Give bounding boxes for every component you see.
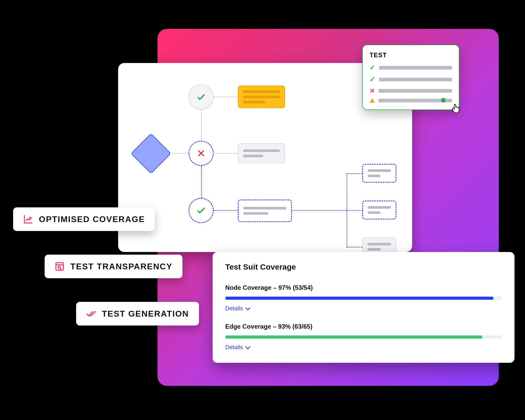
details-toggle[interactable]: Details [225, 344, 249, 351]
badge-test-generation: TEST GENERATION [76, 302, 199, 326]
x-icon [196, 149, 206, 158]
test-row: ✕ [370, 87, 452, 94]
connector [214, 97, 238, 97]
connector-dashed [346, 173, 362, 174]
test-placeholder-bar [379, 78, 452, 81]
details-toggle[interactable]: Details [225, 305, 249, 312]
badge-label: TEST TRANSPARENCY [70, 262, 172, 271]
flow-node-fail [188, 141, 214, 166]
test-results-panel[interactable]: TEST ✓ ✓ ✕ [362, 45, 459, 110]
connector [170, 153, 188, 154]
flow-step-dashed-child-1 [362, 164, 396, 183]
coverage-item-edge: Edge Coverage – 93% (63/65) Details [225, 323, 502, 351]
connector-dashed [214, 210, 238, 211]
connector [214, 153, 238, 154]
test-placeholder-bar [379, 89, 452, 93]
details-label: Details [225, 344, 243, 351]
active-indicator-dot [441, 98, 446, 103]
flow-step-dashed-main [238, 200, 292, 222]
coverage-panel: Test Suit Coverage Node Coverage – 97% (… [213, 252, 514, 363]
check-icon: ✓ [370, 75, 375, 83]
x-icon: ✕ [370, 87, 375, 94]
test-row: ✓ [370, 64, 452, 72]
flow-step-dashed-child-2 [362, 201, 396, 219]
progress-bar [225, 335, 502, 339]
badge-label: TEST GENERATION [102, 309, 189, 319]
check-icon: ✓ [370, 64, 375, 72]
progress-fill [225, 335, 482, 339]
flow-node-check-2 [188, 198, 214, 223]
test-row: ✓ [370, 75, 452, 83]
coverage-title: Test Suit Coverage [225, 262, 502, 271]
badge-label: OPTIMISED COVERAGE [39, 214, 145, 224]
test-placeholder-bar [379, 66, 452, 70]
connector-dashed [201, 166, 202, 198]
details-label: Details [225, 305, 243, 312]
progress-fill [225, 297, 494, 300]
badge-optimised-coverage: OPTIMISED COVERAGE [13, 207, 155, 231]
check-icon [196, 205, 206, 216]
chevron-down-icon [245, 305, 250, 311]
connector [201, 108, 202, 141]
check-icon [196, 92, 206, 102]
badge-test-transparency: TEST TRANSPARENCY [45, 255, 182, 278]
chart-up-icon [23, 214, 33, 224]
coverage-item-node: Node Coverage – 97% (53/54) Details [225, 284, 502, 312]
connector-dashed [346, 247, 362, 248]
connector-dashed [291, 210, 346, 211]
progress-bar [225, 297, 502, 300]
flow-step-gray-1 [238, 143, 285, 163]
coverage-label: Node Coverage – 97% (53/54) [225, 284, 502, 291]
coverage-label: Edge Coverage – 93% (63/65) [225, 323, 502, 330]
warning-icon [370, 98, 375, 103]
flow-step-yellow [238, 86, 285, 108]
chevron-down-icon [245, 344, 250, 349]
double-check-icon [86, 309, 96, 319]
test-row [370, 98, 452, 103]
connector-dashed [346, 210, 362, 211]
flow-node-check-1 [188, 85, 214, 110]
browser-search-icon [55, 261, 65, 271]
hand-cursor-icon [450, 102, 461, 116]
flow-node-decision-diamond [130, 133, 171, 174]
test-panel-title: TEST [370, 51, 452, 59]
